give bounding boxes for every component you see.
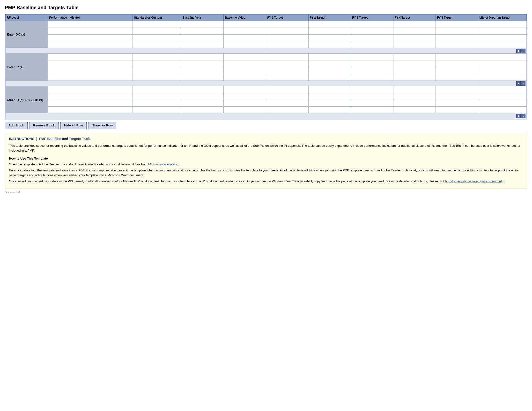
data-cell-b1-r2-c9[interactable] [478,67,526,74]
data-cell-b2-r0-c9[interactable] [478,86,526,93]
data-cell-b1-r3-c0[interactable] [48,74,133,81]
data-cell-b2-r0-c1[interactable] [133,86,181,93]
data-cell-b0-r0-c1[interactable] [133,21,181,28]
data-cell-b1-r1-c1[interactable] [133,60,181,67]
data-cell-b2-r2-c5[interactable] [308,100,351,107]
data-cell-b1-r1-c7[interactable] [393,60,436,67]
data-cell-b0-r0-c4[interactable] [266,21,308,28]
data-cell-b2-r1-c8[interactable] [436,93,478,100]
data-cell-b2-r3-c5[interactable] [308,107,351,113]
data-cell-b1-r2-c4[interactable] [266,67,308,74]
data-cell-b1-r2-c3[interactable] [224,67,266,74]
data-cell-b2-r2-c7[interactable] [393,100,436,107]
data-cell-b1-r1-c3[interactable] [224,60,266,67]
data-cell-b0-r3-c9[interactable] [478,41,526,48]
data-cell-b2-r1-c1[interactable] [133,93,181,100]
data-cell-b1-r0-c8[interactable] [436,54,478,60]
data-cell-b0-r2-c6[interactable] [351,35,393,41]
data-cell-b2-r1-c5[interactable] [308,93,351,100]
data-cell-b1-r3-c7[interactable] [393,74,436,81]
data-cell-b2-r3-c8[interactable] [436,107,478,113]
data-cell-b1-r2-c0[interactable] [48,67,133,74]
data-cell-b2-r0-c0[interactable] [48,86,133,93]
data-cell-b0-r1-c3[interactable] [224,28,266,35]
help-link[interactable]: http://projectstarter.usaid.gov/content/… [445,179,503,183]
data-cell-b0-r3-c8[interactable] [436,41,478,48]
data-cell-b2-r2-c6[interactable] [351,100,393,107]
data-cell-b1-r3-c5[interactable] [308,74,351,81]
minus-btn-block-2[interactable]: - [521,114,525,118]
data-cell-b0-r1-c0[interactable] [48,28,133,35]
data-cell-b0-r3-c6[interactable] [351,41,393,48]
add-block-button[interactable]: Add Block [5,122,28,129]
data-cell-b0-r2-c3[interactable] [224,35,266,41]
data-cell-b1-r2-c6[interactable] [351,67,393,74]
data-cell-b1-r1-c2[interactable] [181,60,223,67]
data-cell-b1-r3-c8[interactable] [436,74,478,81]
data-cell-b1-r1-c4[interactable] [266,60,308,67]
data-cell-b2-r1-c2[interactable] [181,93,223,100]
data-cell-b0-r0-c3[interactable] [224,21,266,28]
data-cell-b2-r0-c8[interactable] [436,86,478,93]
data-cell-b1-r0-c3[interactable] [224,54,266,60]
data-cell-b0-r0-c5[interactable] [308,21,351,28]
data-cell-b2-r3-c6[interactable] [351,107,393,113]
data-cell-b1-r0-c0[interactable] [48,54,133,60]
data-cell-b1-r2-c8[interactable] [436,67,478,74]
data-cell-b2-r0-c6[interactable] [351,86,393,93]
data-cell-b0-r3-c4[interactable] [266,41,308,48]
data-cell-b2-r0-c3[interactable] [224,86,266,93]
rf-cell-block-0[interactable]: Enter DO (#) [6,21,48,48]
data-cell-b2-r2-c3[interactable] [224,100,266,107]
data-cell-b2-r0-c2[interactable] [181,86,223,93]
data-cell-b0-r3-c0[interactable] [48,41,133,48]
data-cell-b2-r3-c3[interactable] [224,107,266,113]
data-cell-b0-r1-c2[interactable] [181,28,223,35]
data-cell-b1-r3-c4[interactable] [266,74,308,81]
data-cell-b1-r0-c4[interactable] [266,54,308,60]
data-cell-b0-r2-c7[interactable] [393,35,436,41]
data-cell-b2-r1-c0[interactable] [48,93,133,100]
data-cell-b0-r3-c2[interactable] [181,41,223,48]
data-cell-b1-r3-c1[interactable] [133,74,181,81]
remove-block-button[interactable]: Remove Block [29,122,58,129]
data-cell-b2-r2-c0[interactable] [48,100,133,107]
minus-btn-block-0[interactable]: - [521,49,525,53]
data-cell-b1-r2-c2[interactable] [181,67,223,74]
data-cell-b0-r1-c6[interactable] [351,28,393,35]
data-cell-b1-r0-c2[interactable] [181,54,223,60]
data-cell-b0-r0-c9[interactable] [478,21,526,28]
data-cell-b0-r0-c2[interactable] [181,21,223,28]
data-cell-b1-r1-c9[interactable] [478,60,526,67]
adobe-link[interactable]: http://www.adobe.com [148,162,179,166]
data-cell-b2-r1-c3[interactable] [224,93,266,100]
data-cell-b1-r1-c6[interactable] [351,60,393,67]
data-cell-b1-r0-c7[interactable] [393,54,436,60]
data-cell-b2-r0-c7[interactable] [393,86,436,93]
data-cell-b0-r0-c0[interactable] [48,21,133,28]
data-cell-b2-r1-c9[interactable] [478,93,526,100]
data-cell-b1-r1-c0[interactable] [48,60,133,67]
data-cell-b2-r0-c5[interactable] [308,86,351,93]
data-cell-b1-r0-c6[interactable] [351,54,393,60]
data-cell-b0-r0-c6[interactable] [351,21,393,28]
data-cell-b2-r3-c7[interactable] [393,107,436,113]
data-cell-b2-r3-c4[interactable] [266,107,308,113]
data-cell-b1-r0-c1[interactable] [133,54,181,60]
data-cell-b0-r2-c9[interactable] [478,35,526,41]
data-cell-b1-r2-c7[interactable] [393,67,436,74]
plus-btn-block-2[interactable]: + [516,114,521,118]
minus-btn-block-1[interactable]: - [521,81,525,86]
data-cell-b1-r3-c2[interactable] [181,74,223,81]
plus-btn-block-1[interactable]: + [516,81,521,86]
data-cell-b0-r2-c5[interactable] [308,35,351,41]
data-cell-b0-r2-c1[interactable] [133,35,181,41]
data-cell-b1-r0-c5[interactable] [308,54,351,60]
data-cell-b1-r3-c6[interactable] [351,74,393,81]
data-cell-b0-r1-c8[interactable] [436,28,478,35]
plus-btn-block-0[interactable]: + [516,49,521,53]
data-cell-b2-r1-c6[interactable] [351,93,393,100]
data-cell-b0-r1-c7[interactable] [393,28,436,35]
data-cell-b0-r2-c8[interactable] [436,35,478,41]
data-cell-b0-r1-c1[interactable] [133,28,181,35]
